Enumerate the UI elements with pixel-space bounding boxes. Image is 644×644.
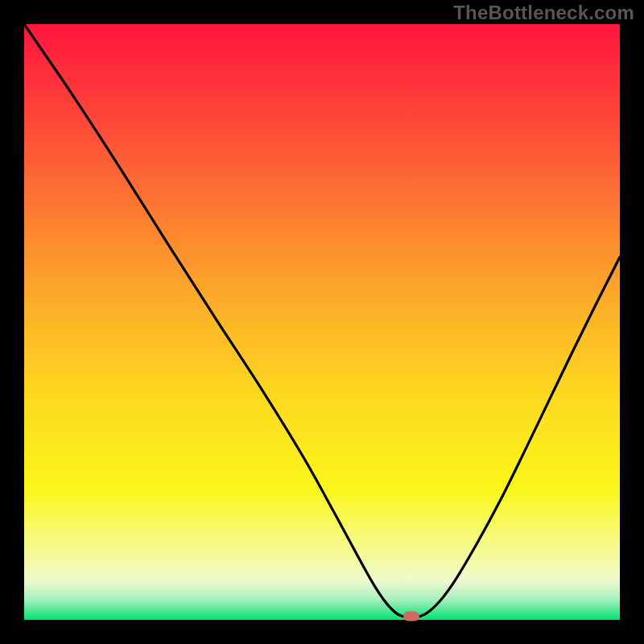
plot-background [24,24,620,620]
chart-frame: { "watermark": "TheBottleneck.com", "cha… [0,0,644,644]
watermark-label: TheBottleneck.com [453,2,634,24]
bottleneck-plot [0,0,644,644]
optimal-marker [403,612,419,621]
